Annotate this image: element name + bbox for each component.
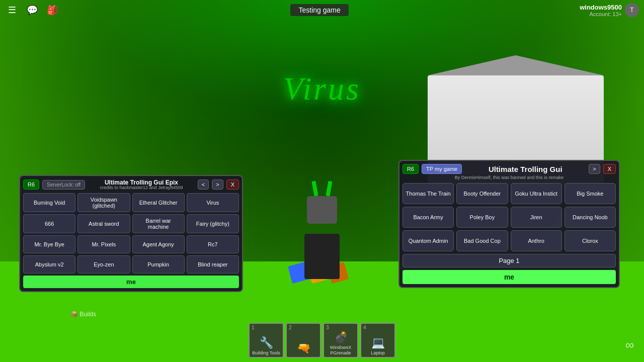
slot-icon-4: 💻 [371,336,385,349]
chat-icon[interactable]: 💬 [25,3,39,17]
item-barrel-war-machine[interactable]: Barrel war machine [132,214,185,233]
item-bad-good-cop[interactable]: Bad Good Cop [456,230,508,251]
bottom-info: 📦 Builds [70,311,96,318]
item-rc7[interactable]: Rc7 [187,235,239,253]
user-avatar-area: windows9500 Account: 13+ T [580,3,639,17]
account-info: Account: 13+ [589,11,622,17]
hotbar-slot-3[interactable]: 3 💣 WindowsX PGrenade [323,323,358,358]
item-booty-offender[interactable]: Booty Offender [456,183,508,204]
slot-icon-2: 🔫 [297,342,310,355]
item-clorox[interactable]: Clorox [565,230,616,251]
hotbar: 1 🔧 Building Tools 2 🔫 3 💣 WindowsX PGre… [249,323,395,358]
page-bar: Page 1 [403,254,616,267]
gui-header-right: R6 TP my game Ultimate Trolling Gui > X [403,164,616,174]
virus-text: Virus [283,70,361,108]
slot-label-4: Laptop [371,350,385,356]
top-bar-center: Testing game [59,4,580,16]
item-poley-boy[interactable]: Poley Boy [456,207,508,228]
gui-title-right: Ultimate Trolling Gui [465,165,586,173]
item-mr-pixels[interactable]: Mr. Pixels [77,235,130,253]
gui-grid-left: Burning Void Voidspawn (glitched) Ethera… [23,193,239,274]
tp-my-game-button[interactable]: TP my game [422,164,462,174]
item-goku-ultra[interactable]: Goku Ultra Instict [511,183,562,204]
r6-button-right[interactable]: R6 [403,164,419,174]
bottom-info-text: 📦 Builds [70,311,96,318]
server-lock-badge: ServerLock: off [42,180,85,190]
character-head [307,196,337,224]
game-title: Testing game [290,4,348,16]
item-anthro[interactable]: Anthro [511,230,562,251]
slot-number-2: 2 [289,325,292,330]
gui-header-left: R6 ServerLock: off Ultimate Trolling Gui… [23,179,239,190]
top-bar: ☰ 💬 🎒 Testing game windows9500 Account: … [0,0,644,20]
item-blind-reaper[interactable]: Blind reaper [187,255,239,274]
infinity-icon: ∞ [625,338,634,352]
item-big-smoke[interactable]: Big Smoke [565,183,616,204]
slot-icon-3: 💣 [334,331,348,344]
me-bar-right[interactable]: me [403,270,616,284]
slot-number-1: 1 [252,325,255,330]
item-666[interactable]: 666 [23,214,75,233]
nav-prev-left[interactable]: < [198,179,209,190]
top-bar-right: windows9500 Account: 13+ T [580,3,639,17]
item-bacon-army[interactable]: Bacon Army [403,207,454,228]
item-pumpkin[interactable]: Pumpkin [132,255,185,274]
item-jiren[interactable]: Jiren [511,207,562,228]
item-eyo-zen[interactable]: Eyo-zen [77,255,130,274]
horn-left [311,181,318,197]
top-bar-left: ☰ 💬 🎒 [5,3,59,17]
slot-label-1: Building Tools [252,350,280,356]
item-burning-void[interactable]: Burning Void [23,193,75,212]
gui-panel-left: R6 ServerLock: off Ultimate Trolling Gui… [19,175,243,292]
close-button-left[interactable]: X [226,179,239,190]
slot-label-3: WindowsX PGrenade [325,345,356,356]
item-thomas-train[interactable]: Thomas The Train [403,183,454,204]
item-fairy-glitchy[interactable]: Fairy (glitchy) [187,214,239,233]
hotbar-slot-1[interactable]: 1 🔧 Building Tools [249,323,284,358]
character-horns [313,181,331,196]
item-quantom-admin[interactable]: Quantom Admin [403,230,454,251]
slot-number-4: 4 [363,325,366,330]
menu-icon[interactable]: ☰ [5,3,19,17]
item-dancing-noob[interactable]: Dancing Noob [565,207,616,228]
gui-panel-right: R6 TP my game Ultimate Trolling Gui > X … [398,160,620,288]
slot-number-3: 3 [326,325,329,330]
main-character [292,181,352,272]
item-astral-sword[interactable]: Astral sword [77,214,130,233]
item-etheral-glitcher[interactable]: Etheral Glitcher [132,193,185,212]
gui-grid-right: Thomas The Train Booty Offender Goku Ult… [403,183,616,251]
item-mr-bye-bye[interactable]: Mr. Bye Bye [23,235,75,253]
me-bar-left[interactable]: me [23,276,239,288]
gui-by-line: By DennisHimself, this was banned and th… [403,175,616,180]
close-button-right[interactable]: X [603,164,616,174]
character-body [304,234,340,279]
horn-right [326,181,332,197]
nav-next-right[interactable]: > [589,164,600,174]
item-voidspawn[interactable]: Voidspawn (glitched) [77,193,130,212]
slot-icon-1: 🔧 [260,336,273,349]
r6-button-left[interactable]: R6 [23,179,39,190]
username-top: windows9500 [580,4,622,11]
gui-subtitle-left: credits to hackmaster12 and Jetray84509 [88,185,195,190]
item-abyslum-v2[interactable]: Abyslum v2 [23,255,75,274]
avatar[interactable]: T [625,3,639,17]
item-virus[interactable]: Virus [187,193,239,212]
item-agent-agony[interactable]: Agent Agony [132,235,185,253]
hotbar-slot-4[interactable]: 4 💻 Laptop [360,323,395,358]
nav-next-left[interactable]: > [212,179,223,190]
hotbar-slot-2[interactable]: 2 🔫 [286,323,321,358]
bag-icon[interactable]: 🎒 [45,3,59,17]
